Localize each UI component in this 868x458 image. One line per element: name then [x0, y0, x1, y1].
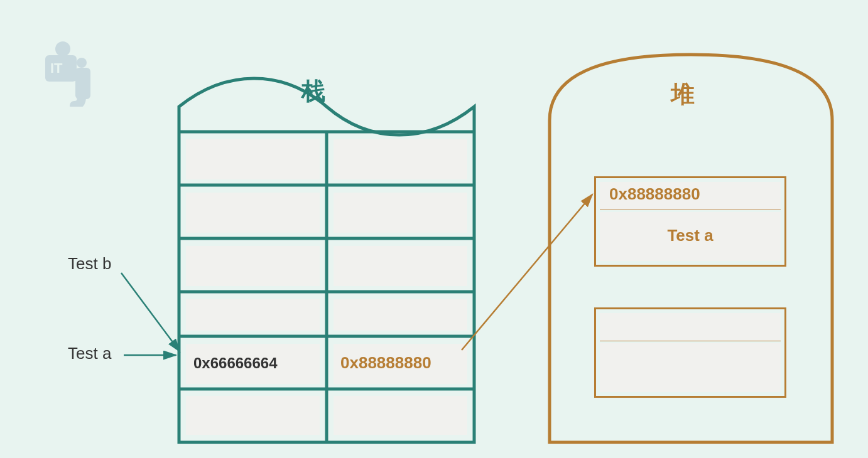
stack-cell	[334, 299, 467, 331]
stack-cell	[186, 193, 320, 233]
stack-row5-right: 0x88888880	[340, 353, 431, 373]
heap-box1-addr: 0x88888880	[609, 184, 773, 204]
stack-cell	[334, 246, 467, 286]
label-test-a: Test a	[68, 344, 111, 363]
stack-cell	[186, 139, 320, 179]
heap-title: 堆	[671, 78, 695, 110]
stack-cell	[186, 299, 320, 331]
heap-box1-label: Test a	[594, 226, 786, 245]
stack-row5-left: 0x66666664	[193, 354, 277, 372]
arrow-test-a	[122, 349, 182, 368]
heap-object-box-2	[594, 307, 786, 398]
svg-point-0	[55, 41, 70, 56]
stack-cell	[334, 139, 467, 179]
logo-watermark: IT	[38, 38, 100, 107]
label-test-b: Test b	[68, 254, 111, 274]
stack-title: 栈	[301, 75, 325, 107]
stack-cell	[334, 193, 467, 233]
stack-cell	[186, 246, 320, 286]
svg-text:IT: IT	[50, 60, 63, 76]
arrow-stack-to-heap	[458, 188, 603, 358]
stack-cell	[334, 396, 467, 435]
svg-line-12	[121, 273, 180, 351]
svg-point-3	[77, 58, 87, 68]
svg-line-14	[462, 194, 592, 350]
stack-cell	[186, 396, 320, 435]
